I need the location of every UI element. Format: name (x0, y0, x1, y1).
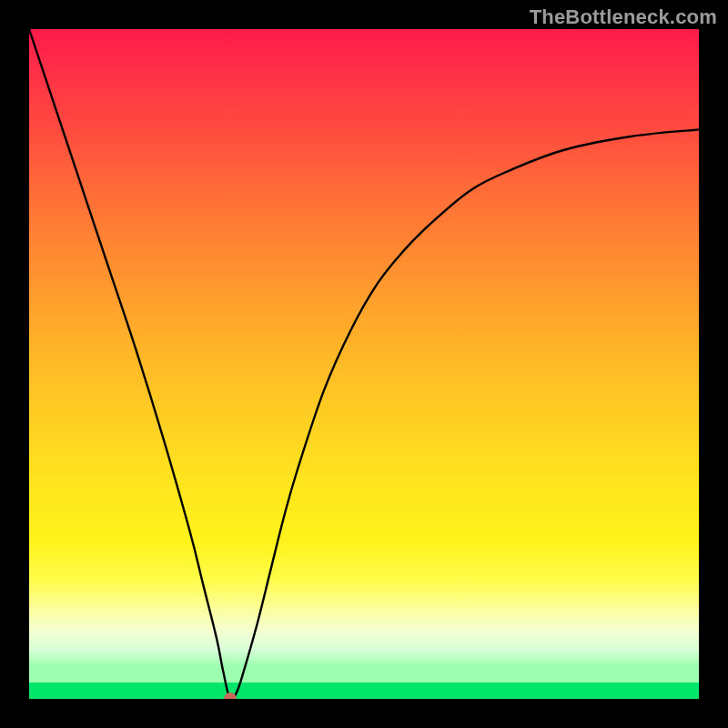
watermark-text: TheBottleneck.com (530, 5, 717, 29)
bottleneck-curve (29, 29, 699, 699)
chart-frame: TheBottleneck.com (0, 0, 728, 728)
curve-layer (29, 29, 699, 699)
min-point-marker (224, 693, 237, 699)
plot-area (29, 29, 699, 699)
